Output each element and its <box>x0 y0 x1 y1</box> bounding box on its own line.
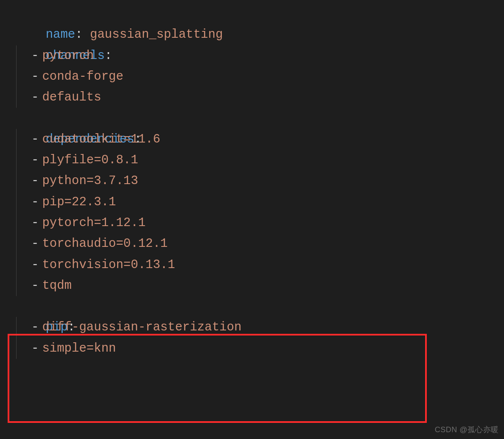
list-item: -pip=22.3.1 <box>16 192 504 213</box>
list-item: -simple=knn <box>16 338 504 359</box>
list-item: -torchaudio=0.12.1 <box>16 233 504 254</box>
channel-item: defaults <box>42 90 101 104</box>
dependency-item: plyfile=0.8.1 <box>42 153 138 167</box>
watermark: CSDN @孤心亦暖 <box>435 423 499 436</box>
channel-item: conda-forge <box>42 70 123 84</box>
yaml-dependencies-line: dependencies: <box>16 108 504 129</box>
dependency-item: python=3.7.13 <box>42 174 138 188</box>
list-item: -defaults <box>16 87 504 108</box>
yaml-pip-line: pip: <box>16 296 504 317</box>
list-item: -plyfile=0.8.1 <box>16 150 504 171</box>
list-item: -conda-forge <box>16 66 504 87</box>
dependency-item: torchvision=0.13.1 <box>42 258 175 272</box>
dependency-item: torchaudio=0.12.1 <box>42 237 168 251</box>
dependency-item: tqdm <box>42 279 72 293</box>
list-item: -diff-gaussian-rasterization <box>16 317 504 338</box>
channel-item: pytorch <box>42 49 94 63</box>
dependency-item: pytorch=1.12.1 <box>42 216 146 230</box>
code-block: name: gaussian_splatting channels: -pyto… <box>0 0 504 359</box>
pip-item: diff-gaussian-rasterization <box>42 320 241 334</box>
yaml-name-line: name: gaussian_splatting <box>16 3 504 24</box>
dependency-item: pip=22.3.1 <box>42 195 116 209</box>
list-item: -tqdm <box>16 275 504 296</box>
list-item: -pytorch=1.12.1 <box>16 213 504 233</box>
list-item: -cudatoolkit=11.6 <box>16 129 504 150</box>
list-item: -python=3.7.13 <box>16 171 504 191</box>
pip-item: simple=knn <box>42 341 116 355</box>
list-item: -torchvision=0.13.1 <box>16 254 504 275</box>
dependency-item: cudatoolkit=11.6 <box>42 132 160 146</box>
yaml-channels-line: channels: <box>16 24 504 45</box>
list-item: -pytorch <box>16 45 504 66</box>
